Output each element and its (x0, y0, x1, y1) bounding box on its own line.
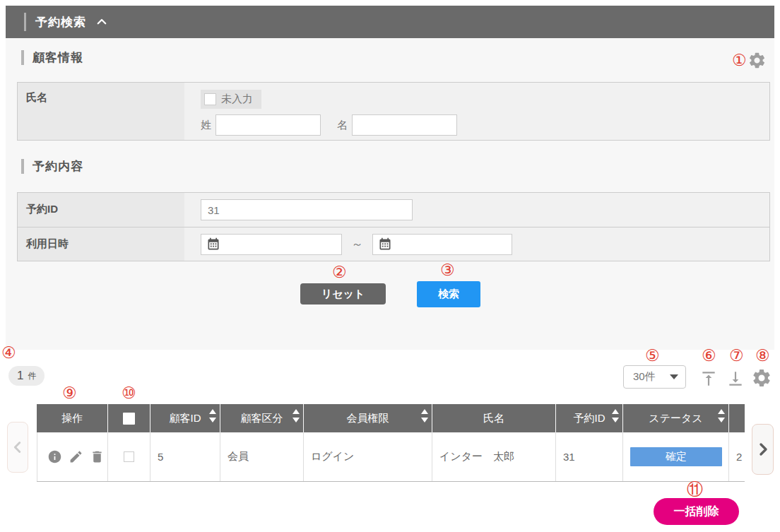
customer-section-heading: 顧客情報 (21, 49, 83, 66)
customer-id-cell: 5 (150, 432, 220, 481)
last-name-input[interactable] (215, 114, 321, 136)
table-scroll-right-button[interactable] (752, 424, 774, 475)
reservation-search-page: 予約検索 顧客情報 ① 氏名 未入力 姓 (0, 0, 780, 532)
reservation-section-heading: 予約内容 (21, 158, 83, 175)
datetime-from-input[interactable] (201, 234, 342, 255)
panel-header[interactable]: 予約検索 (6, 6, 774, 38)
result-count-unit: 件 (28, 370, 36, 382)
annotation-11: ⑪ (687, 481, 703, 497)
reservation-id-cell: 31 (556, 432, 623, 481)
clipped-cell: 2 (729, 432, 745, 481)
last-name-label: 姓 (201, 119, 211, 132)
reset-button[interactable]: リセット (300, 283, 386, 305)
status-badge[interactable]: 確定 (630, 447, 722, 466)
download-icon[interactable] (726, 370, 745, 388)
info-icon[interactable] (47, 449, 62, 464)
table-row: 5 会員 ログイン インター 太郎 31 確定 2 (37, 432, 745, 482)
delete-trash-icon[interactable] (90, 449, 105, 464)
unentered-checkbox[interactable] (204, 93, 216, 105)
annotation-1: ① (732, 52, 747, 69)
customer-type-cell: 会員 (220, 432, 304, 481)
section-accent-bar (21, 50, 24, 65)
name-field-value-area: 未入力 姓 名 (184, 83, 769, 140)
first-name-label: 名 (337, 119, 348, 132)
sort-arrows-icon[interactable] (209, 409, 216, 422)
column-header-reservation-id[interactable]: 予約ID (556, 404, 623, 432)
caret-down-icon (670, 374, 678, 379)
name-cell: インター 太郎 (432, 432, 556, 481)
annotation-9: ⑨ (62, 385, 77, 401)
name-field-label: 氏名 (18, 83, 184, 140)
column-header-clipped (729, 404, 745, 432)
datetime-to-input[interactable] (372, 234, 512, 255)
sort-arrows-icon[interactable] (612, 409, 619, 422)
customer-settings-gear-icon[interactable] (748, 51, 767, 70)
column-header-name: 氏名 (432, 404, 556, 432)
chevron-left-icon (10, 439, 25, 455)
row-checkbox[interactable] (124, 451, 134, 462)
page-title: 予約検索 (35, 14, 86, 30)
column-header-operations: 操作 (37, 404, 108, 432)
title-accent-bar (24, 13, 26, 31)
search-button[interactable]: 検索 (417, 281, 480, 307)
member-permission-cell: ログイン (304, 432, 432, 481)
annotation-8: ⑧ (755, 348, 770, 364)
sort-arrows-icon[interactable] (718, 409, 725, 422)
column-header-select (108, 404, 150, 432)
column-header-status[interactable]: ステータス (623, 404, 729, 432)
unentered-checkbox-chip[interactable]: 未入力 (201, 90, 261, 109)
name-field-row: 氏名 未入力 姓 名 (17, 82, 770, 141)
customer-settings-group: ① (732, 51, 767, 70)
page-size-select[interactable]: 30件 (623, 365, 686, 389)
column-header-member-permission[interactable]: 会員権限 (304, 404, 432, 432)
select-all-checkbox[interactable] (123, 413, 135, 425)
result-count-badge: 1 件 (8, 366, 45, 386)
annotation-10: ⑩ (122, 385, 136, 401)
calendar-icon[interactable] (206, 237, 220, 254)
row-select-cell (108, 432, 150, 481)
search-panel: 予約検索 顧客情報 ① 氏名 未入力 姓 (6, 6, 774, 350)
first-name-input[interactable] (352, 114, 457, 136)
annotation-4: ④ (1, 345, 16, 361)
edit-pencil-icon[interactable] (69, 449, 83, 464)
sort-arrows-icon[interactable] (292, 409, 300, 422)
operations-cell (37, 432, 108, 481)
reservation-id-label: 予約ID (18, 193, 184, 227)
calendar-icon[interactable] (378, 237, 392, 254)
bulk-delete-button[interactable]: 一括削除 (654, 498, 739, 525)
column-header-customer-id[interactable]: 顧客ID (150, 404, 220, 432)
status-cell: 確定 (623, 432, 729, 481)
annotation-6: ⑥ (702, 348, 716, 364)
table-settings-gear-icon[interactable] (751, 367, 772, 389)
reservation-id-input[interactable] (201, 199, 413, 220)
collapse-chevron-icon[interactable] (95, 16, 108, 28)
section-accent-bar (21, 159, 24, 174)
table-header-row: 操作 顧客ID 顧客区分 会員権限 氏名 (37, 404, 745, 432)
usage-datetime-label: 利用日時 (18, 227, 184, 261)
reservation-fields-box: 予約ID 利用日時 ～ (17, 192, 770, 261)
annotation-2: ② (332, 264, 347, 280)
datetime-range-separator: ～ (351, 236, 363, 252)
annotation-7: ⑦ (729, 348, 744, 364)
column-header-customer-type[interactable]: 顧客区分 (220, 404, 304, 432)
upload-icon[interactable] (699, 370, 718, 388)
annotation-3: ③ (440, 262, 455, 278)
results-table: 操作 顧客ID 顧客区分 会員権限 氏名 (37, 404, 745, 482)
annotation-5: ⑤ (645, 348, 660, 364)
chevron-right-icon (755, 441, 772, 458)
sort-arrows-icon[interactable] (421, 409, 428, 422)
result-count-value: 1 (17, 369, 23, 383)
usage-datetime-row: 利用日時 ～ (18, 227, 769, 261)
reservation-id-row: 予約ID (18, 193, 769, 227)
table-scroll-left-button[interactable] (7, 422, 28, 473)
